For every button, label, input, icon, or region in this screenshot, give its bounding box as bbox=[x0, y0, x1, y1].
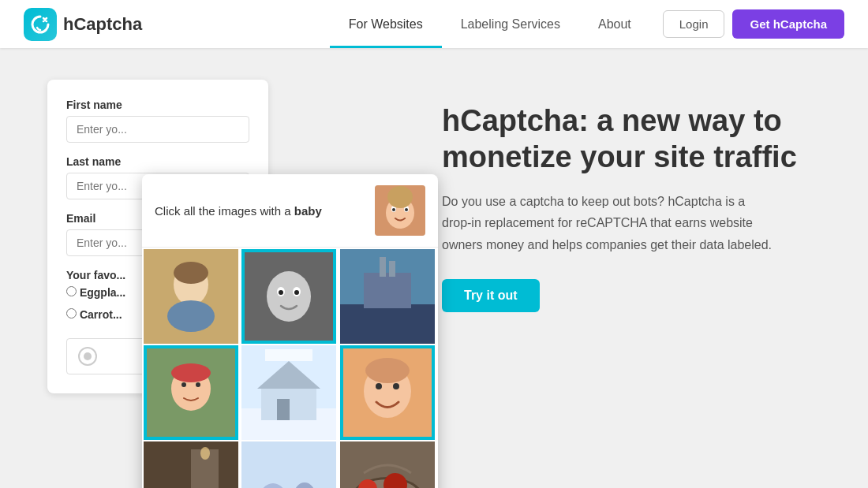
grid-cell-6[interactable] bbox=[144, 441, 238, 488]
captcha-reference-image bbox=[375, 185, 425, 236]
grid-cell-5[interactable] bbox=[340, 345, 435, 440]
first-name-group: First name bbox=[66, 99, 249, 143]
svg-rect-22 bbox=[144, 345, 238, 440]
captcha-prompt: Click all the images with a baby bbox=[155, 204, 322, 218]
grid-cell-8[interactable] bbox=[340, 441, 435, 488]
left-section: First name Last name Email Your favo... … bbox=[47, 80, 410, 393]
captcha-header: Click all the images with a baby bbox=[142, 174, 438, 248]
svg-point-14 bbox=[293, 287, 301, 296]
svg-rect-18 bbox=[340, 304, 435, 344]
hero-description: Do you use a captcha to keep out bots? h… bbox=[442, 191, 773, 255]
radio-input-1[interactable] bbox=[66, 286, 77, 296]
svg-point-16 bbox=[294, 290, 299, 295]
svg-point-10 bbox=[174, 262, 208, 284]
grid-cell-2[interactable] bbox=[340, 249, 435, 344]
last-name-label: Last name bbox=[66, 155, 249, 168]
login-button[interactable]: Login bbox=[663, 10, 725, 38]
svg-point-5 bbox=[405, 208, 408, 211]
get-hcaptcha-button[interactable]: Get hCaptcha bbox=[732, 9, 844, 39]
grid-cell-0[interactable] bbox=[144, 249, 238, 344]
svg-point-36 bbox=[393, 383, 399, 389]
svg-rect-21 bbox=[389, 261, 395, 277]
logo-text: hCaptcha bbox=[63, 14, 142, 35]
svg-point-24 bbox=[181, 382, 186, 387]
svg-point-35 bbox=[376, 383, 382, 389]
grid-cell-3[interactable] bbox=[144, 345, 238, 440]
captcha-dot bbox=[78, 347, 97, 366]
captcha-image-grid bbox=[142, 248, 438, 488]
svg-point-6 bbox=[387, 186, 413, 208]
logo-icon bbox=[24, 8, 57, 41]
svg-rect-20 bbox=[380, 257, 386, 277]
try-it-out-button[interactable]: Try it out bbox=[442, 279, 540, 312]
svg-point-26 bbox=[171, 363, 211, 382]
svg-rect-31 bbox=[277, 399, 290, 420]
svg-point-9 bbox=[167, 300, 215, 332]
nav-for-websites[interactable]: For Websites bbox=[330, 0, 442, 48]
svg-point-23 bbox=[171, 367, 211, 411]
nav-labeling-services[interactable]: Labeling Services bbox=[442, 0, 579, 48]
svg-rect-43 bbox=[241, 441, 336, 488]
logo-link[interactable]: hCaptcha bbox=[24, 8, 142, 41]
main-content: First name Last name Email Your favo... … bbox=[0, 48, 868, 409]
first-name-label: First name bbox=[66, 99, 249, 111]
radio-input-2[interactable] bbox=[66, 308, 77, 319]
svg-point-41 bbox=[200, 447, 210, 460]
grid-cell-1[interactable] bbox=[241, 249, 336, 344]
captcha-dot-inner bbox=[84, 352, 92, 360]
svg-point-37 bbox=[365, 358, 410, 383]
svg-point-15 bbox=[279, 290, 283, 295]
captcha-popup: Click all the images with a baby bbox=[142, 174, 438, 488]
svg-point-25 bbox=[196, 382, 200, 387]
grid-cell-4[interactable] bbox=[241, 345, 336, 440]
svg-rect-32 bbox=[265, 349, 312, 361]
svg-point-13 bbox=[277, 287, 285, 296]
hero-section: hCaptcha: a new way to monetize your sit… bbox=[442, 80, 821, 312]
svg-rect-11 bbox=[241, 249, 336, 344]
svg-point-4 bbox=[392, 208, 395, 211]
nav-links: For Websites Labeling Services About Log… bbox=[330, 0, 844, 48]
svg-point-34 bbox=[364, 364, 411, 418]
navbar: hCaptcha For Websites Labeling Services … bbox=[0, 0, 868, 48]
hero-title: hCaptcha: a new way to monetize your sit… bbox=[442, 103, 821, 175]
nav-about[interactable]: About bbox=[579, 0, 650, 48]
svg-point-12 bbox=[267, 271, 311, 322]
first-name-input[interactable] bbox=[66, 116, 249, 143]
svg-rect-19 bbox=[364, 273, 411, 308]
grid-cell-7[interactable] bbox=[241, 441, 336, 488]
svg-rect-33 bbox=[340, 345, 435, 440]
